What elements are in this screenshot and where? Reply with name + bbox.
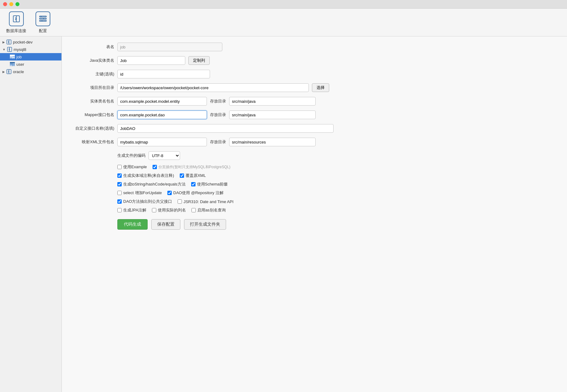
toolbar-config-label: 配置 [39,28,47,34]
override-xml-checkbox[interactable] [180,173,184,178]
use-alias-item[interactable]: 启用as别名查询 [191,207,226,213]
dao-repository-checkbox[interactable] [167,191,172,195]
checkbox-group-6: 生成JPA注解 使用实际的列名 启用as别名查询 [117,207,226,213]
svg-rect-3 [40,18,46,19]
toolbar: 数据库连接 配置 [0,9,567,36]
use-alias-checkbox[interactable] [191,208,196,212]
table-icon-user [10,62,15,67]
main-layout: ▶ pocket-dev ▼ mysql8 [0,36,567,392]
db-icon-pocket-dev [6,40,11,44]
code-gen-button[interactable]: 代码生成 [117,219,148,230]
project-dir-label: 项目所在目录 [74,85,114,90]
use-actual-col-item[interactable]: 使用实际的列名 [152,207,186,213]
gen-jpa-checkbox[interactable] [117,208,122,212]
table-name-row: 表名 [74,43,555,51]
gen-jpa-label: 生成JPA注解 [123,207,146,213]
config-icon [36,11,50,26]
select-forupdate-item[interactable]: select 增加ForUpdate [117,190,162,196]
sidebar-item-oracle[interactable]: ▶ oracle [0,68,61,75]
xml-pkg-input[interactable] [117,138,207,146]
gen-tostring-checkbox[interactable] [117,182,122,186]
sidebar-label-mysql8: mysql8 [14,47,26,52]
table-name-label: 表名 [74,44,114,50]
pagination-checkbox[interactable] [153,165,157,169]
sidebar: ▶ pocket-dev ▼ mysql8 [0,36,62,392]
sidebar-item-pocket-dev[interactable]: ▶ pocket-dev [0,38,61,46]
sidebar-label-oracle: oracle [13,69,24,74]
toolbar-config[interactable]: 配置 [36,11,50,34]
svg-rect-23 [10,63,12,65]
jsr310-checkbox[interactable] [178,199,182,204]
checkbox-row-3: 生成toString/hashCode/equals方法 使用Schema前缀 [74,181,555,187]
use-actual-col-checkbox[interactable] [152,208,156,212]
java-entity-row: Java实体类名 定制列 [74,56,555,65]
entity-dir-label: 存放目录 [210,98,226,104]
gen-tostring-label: 生成toString/hashCode/equals方法 [123,181,186,187]
footer-buttons: 代码生成 保存配置 打开生成文件夹 [74,219,555,230]
toolbar-db-connect-label: 数据库连接 [6,28,26,34]
pagination-label: 分页插件(暂时只支持MySQL和PostgreSQL) [158,165,230,170]
titlebar [0,0,567,9]
sidebar-item-user[interactable]: user [0,60,61,68]
entity-dir-input[interactable] [229,97,316,106]
save-config-button[interactable]: 保存配置 [151,219,180,230]
gen-jpa-item[interactable]: 生成JPA注解 [117,207,146,213]
mapper-pkg-input[interactable] [117,111,207,119]
checkbox-row-4: select 增加ForUpdate DAO使用 @Repository 注解 [74,190,555,196]
svg-rect-15 [12,56,15,57]
gen-entity-comment-label: 生成实体域注释(来自表注释) [123,173,174,178]
checkbox-group-5: DAO方法抽出到公共父接口 JSR310: Date and Time API [117,199,233,204]
table-name-input[interactable] [117,43,222,51]
encoding-select[interactable]: UTF-8 GBK ISO-8859-1 [149,151,180,160]
dao-repository-item[interactable]: DAO使用 @Repository 注解 [167,190,224,196]
dao-interface-label: DAO方法抽出到公共父接口 [123,199,172,204]
use-example-item[interactable]: 使用Example [117,164,147,170]
gen-tostring-item[interactable]: 生成toString/hashCode/equals方法 [117,181,186,187]
minimize-button[interactable] [9,2,13,6]
svg-rect-14 [10,56,12,57]
gen-entity-comment-item[interactable]: 生成实体域注释(来自表注释) [117,173,174,178]
sidebar-item-mysql8[interactable]: ▼ mysql8 [0,46,61,53]
dao-interface-item[interactable]: DAO方法抽出到公共父接口 [117,199,172,204]
sidebar-item-job[interactable]: job [0,53,61,60]
entity-pkg-label: 实体类名包名 [74,98,114,104]
open-folder-button[interactable]: 打开生成文件夹 [184,219,226,230]
maximize-button[interactable] [15,2,19,6]
pagination-item[interactable]: 分页插件(暂时只支持MySQL和PostgreSQL) [153,165,230,170]
select-forupdate-checkbox[interactable] [117,191,122,195]
custom-interface-label: 自定义接口名称(选填) [74,126,114,131]
override-xml-item[interactable]: 覆盖原XML [180,173,206,178]
java-entity-input[interactable] [117,56,185,65]
use-example-checkbox[interactable] [117,165,122,169]
primary-key-input[interactable] [117,70,210,78]
sidebar-label-user: user [16,62,24,67]
svg-rect-16 [10,57,12,58]
checkbox-group-4: select 增加ForUpdate DAO使用 @Repository 注解 [117,190,224,196]
toolbar-db-connect[interactable]: 数据库连接 [6,11,26,34]
db-connect-icon [9,11,24,26]
use-example-label: 使用Example [123,164,147,170]
select-dir-button[interactable]: 选择 [312,83,329,92]
custom-interface-input[interactable] [117,124,334,133]
primary-key-label: 主键(选填) [74,71,114,77]
use-schema-checkbox[interactable] [191,182,195,186]
project-dir-input[interactable] [117,83,309,92]
xml-dir-input[interactable] [229,138,316,146]
dao-interface-checkbox[interactable] [117,199,122,204]
db-icon-mysql8 [7,47,12,52]
checkbox-row-5: DAO方法抽出到公共父接口 JSR310: Date and Time API [74,199,555,204]
gen-entity-comment-checkbox[interactable] [117,173,122,178]
arrow-icon-oracle: ▶ [2,70,5,73]
encoding-label: 生成文件的编码 [117,153,145,158]
mapper-dir-input[interactable] [229,111,316,119]
entity-pkg-input[interactable] [117,97,207,106]
svg-rect-17 [12,57,15,58]
checkbox-row-2: 生成实体域注释(来自表注释) 覆盖原XML [74,173,555,178]
jsr310-item[interactable]: JSR310: Date and Time API [178,199,233,204]
checkbox-group-1: 使用Example 分页插件(暂时只支持MySQL和PostgreSQL) [117,164,230,170]
use-schema-item[interactable]: 使用Schema前缀 [191,181,228,187]
custom-col-button[interactable]: 定制列 [188,56,210,65]
use-alias-label: 启用as别名查询 [197,207,226,213]
close-button[interactable] [3,2,7,6]
jsr310-label: JSR310: Date and Time API [183,199,233,204]
